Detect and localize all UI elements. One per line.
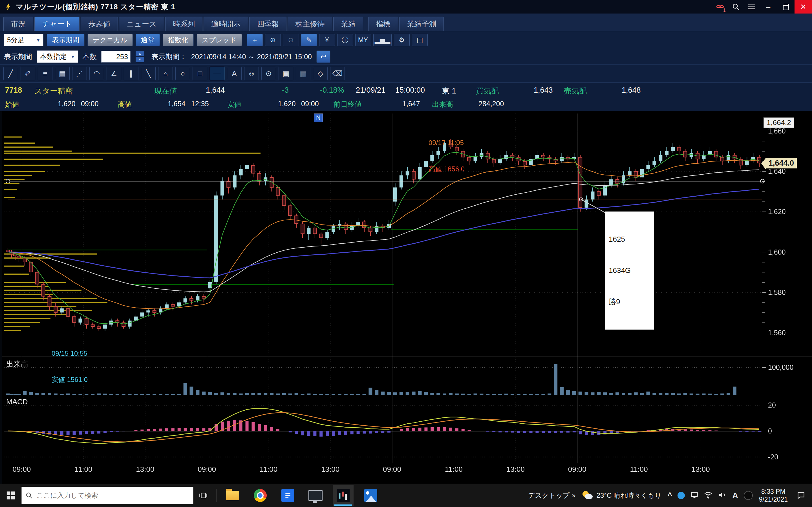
tool-hline-segment[interactable]: — [210, 67, 224, 80]
tool-pattern[interactable]: ▦ [296, 67, 310, 80]
minimize-button[interactable]: – [760, 0, 777, 13]
notification-center-icon[interactable] [794, 491, 808, 500]
restore-icon [783, 5, 789, 10]
tab-earnings[interactable]: 業績 [333, 17, 363, 31]
tab-indicators[interactable]: 指標 [368, 17, 398, 31]
tool-rect[interactable]: □ [193, 67, 207, 80]
tab-news[interactable]: ニュース [119, 17, 164, 31]
weather-widget[interactable]: 23°C 晴れ時々くもり [582, 491, 662, 500]
trading-app-icon[interactable] [333, 485, 354, 506]
chart-icon-buttons: ＋⊕⊖✎¥ⓘMY▂▅▂⚙▤ [247, 34, 428, 46]
chevron-down-icon: ▼ [71, 54, 75, 59]
tool-copy[interactable]: ▣ [278, 67, 293, 80]
tool-pen[interactable]: ✐ [20, 67, 35, 80]
tray-app-icon[interactable] [677, 492, 685, 499]
maximize-button[interactable] [777, 0, 795, 13]
tool-arc[interactable]: ◠ [89, 67, 104, 80]
tray-display-icon[interactable] [691, 491, 698, 500]
tool-angle[interactable]: ∠ [107, 67, 121, 80]
taskbar-clock[interactable]: 8:33 PM 9/21/2021 [759, 488, 788, 503]
normal-mode-button[interactable]: 通常 [136, 34, 160, 46]
tab-ticks[interactable]: 歩み値 [81, 17, 118, 31]
tool-trendline[interactable]: ╱ [3, 67, 18, 80]
explorer-app-icon[interactable] [222, 485, 243, 506]
period-mode-select[interactable]: 本数指定 ▼ [37, 50, 78, 63]
link-icon[interactable]: 1 [712, 0, 728, 13]
clock-time: 8:33 PM [759, 488, 788, 496]
desktop-toolbar[interactable]: デスクトップ » [528, 491, 576, 500]
tool-parallel-lines[interactable]: ⋰ [72, 67, 87, 80]
tool-icon-stamp[interactable]: ☺ [244, 67, 259, 80]
current-price-tag: 1,644.0 [766, 158, 797, 168]
timeframe-select[interactable]: 5分足 ▼ [4, 34, 43, 46]
draw-button[interactable]: ✎ [301, 34, 317, 46]
tab-forecast[interactable]: 業績予測 [399, 17, 444, 31]
tool-circle[interactable]: ○ [175, 67, 190, 80]
tool-stamp[interactable]: ⊙ [261, 67, 276, 80]
app-window: マルチツール(個別銘柄) 7718 スター精密 東 1 1 – ✕ 市況チャート… [0, 0, 812, 507]
tab-benefits[interactable]: 株主優待 [288, 17, 332, 31]
quote-time: 15:00:00 [395, 86, 425, 95]
wifi-icon[interactable] [704, 491, 712, 500]
menu-icon[interactable] [744, 0, 760, 13]
technical-button[interactable]: テクニカル [87, 34, 133, 46]
print-button[interactable]: ▤ [412, 34, 428, 46]
drawing-toolbar: ╱✐≡▤⋰◠∠∥╲⌂○□—A☺⊙▣▦◇⌫ [0, 64, 812, 82]
tool-polygon[interactable]: ⌂ [158, 67, 173, 80]
info-button[interactable]: ⓘ [337, 34, 353, 46]
blue-app-icon[interactable] [277, 485, 298, 506]
volume-value: 284,200 [478, 100, 504, 108]
tool-vlines[interactable]: ∥ [124, 67, 139, 80]
tab-chart[interactable]: チャート [35, 17, 80, 31]
display-period-button[interactable]: 表示期間 [47, 34, 85, 46]
tab-timeseries[interactable]: 時系列 [165, 17, 202, 31]
spinner-down-icon[interactable]: ▼ [136, 57, 144, 62]
indexize-button[interactable]: 指数化 [163, 34, 194, 46]
price-chart-canvas[interactable] [0, 111, 812, 484]
news-marker[interactable]: N [314, 114, 323, 122]
taskbar-apps [222, 485, 381, 506]
tool-hlines[interactable]: ≡ [38, 67, 52, 80]
tool-text[interactable]: A [227, 67, 242, 80]
start-button[interactable] [0, 484, 21, 507]
tool-clear[interactable]: ⌫ [330, 67, 345, 80]
taskbar-search[interactable] [21, 487, 193, 504]
zoom-out-button[interactable]: ⊖ [283, 34, 299, 46]
titlebar-controls: 1 – ✕ [712, 0, 812, 13]
bid-price: 1,643 [534, 86, 553, 95]
yen-button[interactable]: ¥ [319, 34, 335, 46]
volume-icon[interactable] [718, 491, 726, 500]
tool-grid-lines[interactable]: ▤ [55, 67, 70, 80]
settings-button[interactable]: ⚙ [394, 34, 410, 46]
spinner-up-icon[interactable]: ▲ [136, 51, 144, 56]
mountain-chart-button[interactable]: ▂▅▂ [373, 34, 392, 46]
photos-app-icon[interactable] [360, 485, 381, 506]
search-icon[interactable] [728, 0, 744, 13]
tab-shikiho[interactable]: 四季報 [249, 17, 287, 31]
tray-expand-icon[interactable]: ^ [668, 491, 672, 500]
windows-taskbar: デスクトップ » 23°C 晴れ時々くもり ^ [0, 484, 812, 507]
close-button[interactable]: ✕ [795, 0, 812, 13]
spread-button[interactable]: スプレッド [197, 34, 242, 46]
chrome-app-icon[interactable] [250, 485, 271, 506]
add-button[interactable]: ＋ [247, 34, 263, 46]
task-view-button[interactable] [193, 484, 213, 507]
chart-region: N 09/17 11:05 高値 1656.0 09/15 10:55 安値 1… [0, 111, 812, 484]
tab-market[interactable]: 市況 [3, 17, 33, 31]
tab-disclosure[interactable]: 適時開示 [204, 17, 248, 31]
taskbar-right: デスクトップ » 23°C 晴れ時々くもり ^ [528, 488, 812, 503]
ime-mode-indicator[interactable]: A [732, 491, 738, 500]
tool-eraser[interactable]: ◇ [313, 67, 327, 80]
zoom-in-button[interactable]: ⊕ [265, 34, 281, 46]
bar-count-input[interactable] [101, 51, 131, 62]
system-tray: ^ A [668, 491, 753, 500]
clock-date: 9/21/2021 [759, 496, 788, 503]
high-label: 高値 [118, 100, 132, 109]
reset-period-button[interactable]: ↩ [316, 50, 331, 63]
tool-ray[interactable]: ╲ [141, 67, 156, 80]
ime-kana-icon[interactable] [744, 491, 753, 500]
taskbar-search-input[interactable] [36, 491, 189, 500]
count-spinner[interactable]: ▲ ▼ [136, 51, 144, 62]
remote-desktop-app-icon[interactable] [305, 485, 326, 506]
my-chart-button[interactable]: MY [355, 34, 371, 46]
